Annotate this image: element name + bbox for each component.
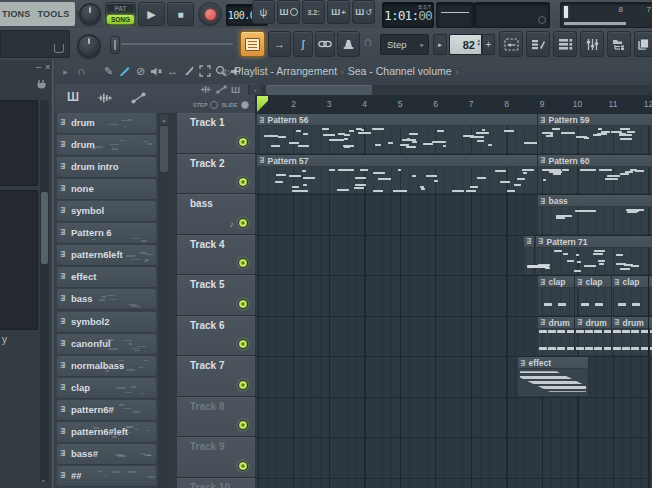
- cpu-panel[interactable]: 8 7: [560, 2, 652, 28]
- picker-item[interactable]: ∃canonful: [57, 334, 156, 355]
- track-header[interactable]: bass····♪: [177, 194, 255, 235]
- clip-titlebar[interactable]: ∃drum: [612, 317, 648, 329]
- slice-tool-icon[interactable]: [181, 63, 196, 79]
- track-header[interactable]: Track 9····: [177, 437, 255, 478]
- clip-titlebar[interactable]: ∃: [524, 236, 534, 248]
- window-switch-icon[interactable]: ◁▷: [218, 67, 234, 77]
- track-enable-led[interactable]: [238, 461, 248, 471]
- menu-item-tools[interactable]: TOOLS: [38, 9, 70, 19]
- picker-item[interactable]: ∃effect: [57, 267, 156, 288]
- clip-titlebar[interactable]: ∃Pattern 57: [257, 155, 537, 167]
- track-enable-led[interactable]: [238, 218, 248, 228]
- track-header[interactable]: Track 6····: [177, 316, 255, 357]
- picker-item[interactable]: ∃symbol: [57, 201, 156, 222]
- playlist-clip[interactable]: ∃clap: [575, 276, 612, 315]
- menu-item-tions[interactable]: TIONS: [2, 9, 31, 19]
- clip-titlebar[interactable]: ∃clap: [575, 276, 611, 288]
- picker-item[interactable]: ∃clap: [57, 378, 156, 399]
- slide-toggle[interactable]: [241, 101, 249, 109]
- clip-titlebar[interactable]: ∃Pattern 60: [538, 155, 652, 167]
- picker-item[interactable]: ∃pattern6#left: [57, 422, 156, 443]
- picker-item[interactable]: ∃symbol2: [57, 312, 156, 333]
- snap-magnet-icon[interactable]: ∩: [74, 63, 89, 79]
- playlist-clip[interactable]: ∃Pattern 60: [538, 155, 652, 194]
- track-grip[interactable]: ····: [183, 182, 195, 188]
- track-header[interactable]: Track 5····: [177, 275, 255, 316]
- master-volume-knob[interactable]: [77, 34, 101, 58]
- countdown-button[interactable]: 3.2:: [302, 0, 325, 24]
- record-button[interactable]: [198, 2, 222, 26]
- value-plus-button[interactable]: +: [482, 34, 495, 55]
- stop-button[interactable]: ■: [167, 2, 194, 26]
- master-pitch-slider-thumb[interactable]: [110, 36, 120, 54]
- clip-titlebar[interactable]: ∃effect: [518, 357, 588, 369]
- track-header[interactable]: Track 10····: [177, 478, 255, 488]
- track-grip[interactable]: ····: [183, 425, 195, 431]
- track-enable-led[interactable]: [238, 177, 248, 187]
- clip-titlebar[interactable]: ∃Pattern 71: [536, 236, 652, 248]
- channel-rack-button[interactable]: [553, 31, 577, 57]
- delete-tool-icon[interactable]: ⊘: [133, 63, 148, 79]
- select-tool-icon[interactable]: [197, 63, 212, 79]
- snap-magnet-icon[interactable]: ∩: [363, 34, 372, 49]
- picker-item[interactable]: ∃drum: [57, 135, 156, 156]
- playlist-titlebar[interactable]: ▶ ∩ ✎ ⊘ ↔: [55, 60, 652, 85]
- track-grip[interactable]: ····: [183, 263, 195, 269]
- playlist-clip[interactable]: ∃clap: [538, 276, 575, 315]
- automation-tab-icon[interactable]: [131, 90, 146, 108]
- playlist-grid[interactable]: ∃Pattern 56∃Pattern 59∃Pattern 57∃Patter…: [255, 113, 652, 488]
- picker-item[interactable]: ∃bass#: [57, 444, 156, 465]
- time-display[interactable]: 1:01:00 B:S:T: [382, 2, 434, 28]
- picker-item[interactable]: ∃bass: [57, 289, 156, 310]
- picker-item[interactable]: ∃pattern6#: [57, 400, 156, 421]
- multilink-button[interactable]: [315, 31, 335, 57]
- track-enable-led[interactable]: [238, 380, 248, 390]
- snap-selector[interactable]: Step ▸: [380, 34, 429, 55]
- clip-titlebar[interactable]: ∃drum: [538, 317, 574, 329]
- picker-item[interactable]: ∃pattern6left: [57, 245, 156, 266]
- clip-titlebar[interactable]: ∃drum: [575, 317, 611, 329]
- track-grip[interactable]: ····: [183, 304, 195, 310]
- track-grip[interactable]: ····: [183, 385, 195, 391]
- patterns-mini-icon[interactable]: Ш: [231, 85, 240, 95]
- track-grip[interactable]: ····: [183, 344, 195, 350]
- playlist-clip[interactable]: ∃Pattern 71: [536, 236, 652, 275]
- metronome-bell-button[interactable]: [337, 31, 360, 57]
- playlist-clip[interactable]: ∃drum: [538, 317, 575, 356]
- browser-button[interactable]: [607, 31, 631, 57]
- playlist-clip[interactable]: ∃bass: [538, 195, 652, 234]
- scrollbar-thumb[interactable]: [160, 126, 168, 172]
- picker-item[interactable]: ∃none: [57, 179, 156, 200]
- timeline-ruler[interactable]: 23456789101112: [255, 95, 652, 114]
- clip-titlebar[interactable]: ∃clap: [538, 276, 574, 288]
- oscilloscope-panel[interactable]: [436, 2, 474, 28]
- step-edit-button[interactable]: [240, 31, 265, 57]
- clip-titlebar[interactable]: ∃Pattern 59: [538, 114, 652, 126]
- mute-tool-icon[interactable]: [149, 63, 164, 79]
- playlist-clip[interactable]: ∃Pattern 59: [538, 114, 652, 153]
- playlist-clip[interactable]: ∃drum: [612, 317, 649, 356]
- track-grip[interactable]: ····: [183, 142, 195, 148]
- plugin-icon[interactable]: [36, 76, 47, 94]
- detach-play-icon[interactable]: ▶: [58, 63, 73, 79]
- playback-start-flag[interactable]: [257, 96, 268, 112]
- playlist-clip[interactable]: ∃: [524, 236, 535, 275]
- patterns-tab-icon[interactable]: Ш: [67, 90, 79, 104]
- metronome-button[interactable]: ψ: [252, 0, 275, 24]
- track-header[interactable]: Track 4····: [177, 235, 255, 276]
- song-mode-button[interactable]: SONG: [107, 15, 134, 25]
- pat-mode-button[interactable]: PAT: [107, 4, 134, 14]
- paint-tool-icon[interactable]: [117, 63, 132, 79]
- track-enable-led[interactable]: [238, 258, 248, 268]
- playlist-clip[interactable]: ∃effect: [518, 357, 589, 396]
- plugin-picker-button[interactable]: [634, 31, 652, 57]
- close-button[interactable]: ×: [45, 62, 50, 72]
- playlist-clip[interactable]: ∃Pattern 57: [257, 155, 538, 194]
- typing-to-piano-button[interactable]: →: [268, 31, 291, 57]
- track-grip[interactable]: ····: [183, 466, 195, 472]
- mixer-button[interactable]: [580, 31, 604, 57]
- clip-titlebar[interactable]: ∃clap: [612, 276, 648, 288]
- picker-item[interactable]: ∃drum intro: [57, 157, 156, 178]
- master-pitch-slider-track[interactable]: [121, 43, 233, 45]
- track-header[interactable]: Track 1····: [177, 113, 255, 154]
